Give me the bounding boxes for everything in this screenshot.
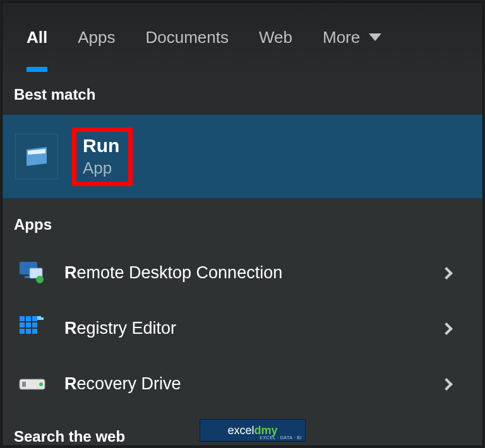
chevron-right-icon[interactable] bbox=[440, 322, 453, 335]
annotation-highlight: Run App bbox=[72, 127, 133, 186]
svg-rect-14 bbox=[32, 329, 37, 334]
app-item-remote-desktop[interactable]: Remote Desktop Connection bbox=[3, 245, 482, 300]
title-rest: egistry Editor bbox=[77, 319, 177, 338]
svg-rect-18 bbox=[22, 382, 26, 387]
tab-label: All bbox=[27, 28, 47, 47]
svg-rect-11 bbox=[32, 322, 37, 327]
tab-label: Apps bbox=[78, 28, 115, 47]
section-apps: Apps bbox=[3, 198, 482, 245]
svg-rect-8 bbox=[32, 316, 37, 321]
svg-rect-7 bbox=[26, 316, 31, 321]
tab-all[interactable]: All bbox=[27, 3, 47, 72]
match-char: R bbox=[83, 135, 97, 156]
svg-rect-9 bbox=[20, 322, 25, 327]
svg-point-5 bbox=[36, 276, 44, 283]
run-icon bbox=[15, 134, 58, 179]
tab-label: Documents bbox=[146, 28, 229, 47]
match-char: R bbox=[64, 374, 77, 393]
tab-documents[interactable]: Documents bbox=[146, 3, 229, 72]
app-item-registry-editor[interactable]: Registry Editor bbox=[3, 300, 482, 356]
chevron-down-icon bbox=[369, 33, 381, 41]
remote-desktop-icon bbox=[15, 261, 49, 286]
chevron-right-icon[interactable] bbox=[440, 378, 453, 391]
section-best-match: Best match bbox=[3, 72, 482, 115]
svg-point-19 bbox=[39, 382, 43, 386]
svg-rect-16 bbox=[41, 317, 44, 320]
registry-editor-icon bbox=[15, 316, 49, 341]
svg-rect-6 bbox=[20, 316, 25, 321]
tab-label: More bbox=[323, 28, 360, 47]
best-match-result[interactable]: Run App bbox=[3, 115, 482, 198]
tab-apps[interactable]: Apps bbox=[78, 3, 115, 72]
watermark-logo: exceldmy EXCEL · DATA · BI bbox=[200, 419, 306, 442]
svg-rect-10 bbox=[26, 322, 31, 327]
best-match-subtitle: App bbox=[83, 158, 119, 178]
tab-more[interactable]: More bbox=[323, 3, 381, 72]
svg-rect-12 bbox=[20, 329, 25, 334]
match-char: R bbox=[64, 263, 77, 282]
apps-list: Remote Desktop Connection Registry Edito… bbox=[3, 245, 482, 411]
svg-rect-13 bbox=[26, 329, 31, 334]
app-item-title: Recovery Drive bbox=[64, 374, 442, 394]
chevron-right-icon[interactable] bbox=[440, 267, 453, 280]
title-rest: un bbox=[97, 135, 120, 156]
watermark-sub: EXCEL · DATA · BI bbox=[260, 435, 302, 440]
best-match-title: Run bbox=[83, 134, 119, 157]
watermark-text-a: excel bbox=[227, 424, 254, 437]
app-item-title: Remote Desktop Connection bbox=[64, 263, 442, 283]
svg-rect-15 bbox=[37, 316, 41, 320]
title-rest: ecovery Drive bbox=[77, 374, 181, 393]
match-char: R bbox=[64, 319, 77, 338]
tab-label: Web bbox=[259, 28, 292, 47]
app-item-title: Registry Editor bbox=[64, 319, 442, 338]
start-search-panel: All Apps Documents Web More Best match R… bbox=[2, 2, 483, 446]
tab-web[interactable]: Web bbox=[259, 3, 292, 72]
search-tabs: All Apps Documents Web More bbox=[3, 3, 482, 72]
app-item-recovery-drive[interactable]: Recovery Drive bbox=[3, 356, 482, 411]
title-rest: emote Desktop Connection bbox=[77, 263, 283, 282]
recovery-drive-icon bbox=[15, 375, 49, 393]
